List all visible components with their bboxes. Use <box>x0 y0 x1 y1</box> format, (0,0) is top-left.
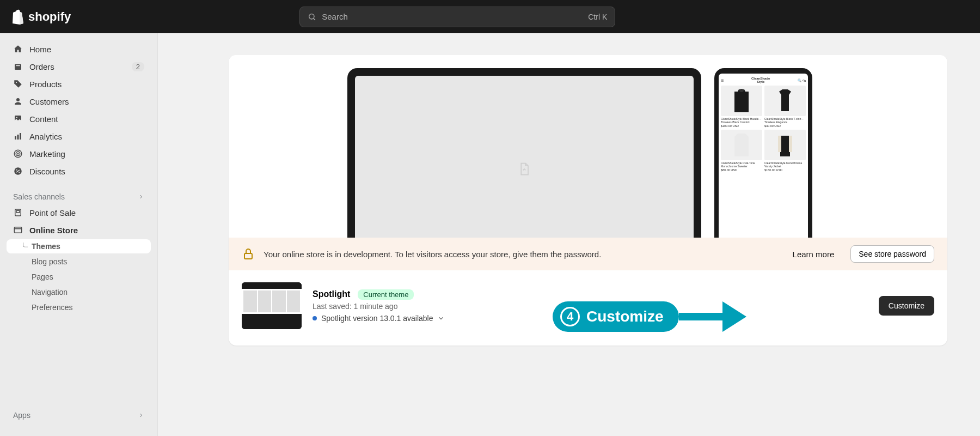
mobile-product-price: $150.00 USD <box>764 168 806 172</box>
mobile-preview-frame: ☰ CleanShade Style 🔍 🛍 CleanShadeStyle B… <box>714 68 812 238</box>
sub-preferences-label: Preferences <box>32 303 72 312</box>
nav-content-label: Content <box>29 114 58 124</box>
mobile-product-image <box>721 130 762 160</box>
sub-blog-posts[interactable]: Blog posts <box>7 255 151 269</box>
mobile-store-title: CleanShade Style <box>751 77 770 83</box>
svg-point-15 <box>16 169 17 171</box>
broken-image-icon <box>517 161 532 177</box>
mobile-product: CleanShadeStyle Monochrome Varsity Jacke… <box>764 130 806 172</box>
sub-themes-label: Themes <box>32 242 60 251</box>
channel-pos-label: Point of Sale <box>29 208 76 217</box>
svg-point-4 <box>16 82 17 83</box>
search-placeholder: Search <box>322 12 588 21</box>
nav-marketing-label: Marketing <box>29 149 65 159</box>
chevron-right-icon <box>138 412 144 419</box>
search-input[interactable]: Search Ctrl K <box>299 7 615 27</box>
main-content: ☰ CleanShade Style 🔍 🛍 CleanShadeStyle B… <box>158 33 980 436</box>
sidebar: Home Orders 2 Products Customers Content… <box>0 33 158 436</box>
pos-icon <box>13 208 23 217</box>
mobile-header: ☰ CleanShade Style 🔍 🛍 <box>721 77 806 83</box>
svg-rect-2 <box>15 64 21 70</box>
home-icon <box>13 44 23 54</box>
nav-customers[interactable]: Customers <box>7 93 151 110</box>
desktop-preview-frame <box>347 68 701 238</box>
mobile-product: CleanShadeStyle Dual-Tone Monochrome Swe… <box>721 130 762 172</box>
desktop-preview-screen <box>355 76 694 238</box>
lock-icon <box>242 247 255 261</box>
logo[interactable]: shopify <box>11 9 71 25</box>
nav-products-label: Products <box>29 80 62 89</box>
annotation-pill: 4 Customize <box>553 301 679 332</box>
see-password-button[interactable]: See store password <box>850 245 934 263</box>
mobile-product-price: $30.00 USD <box>764 124 806 128</box>
mobile-product-name: CleanShadeStyle Monochrome Varsity Jacke… <box>764 161 806 168</box>
mobile-product-image <box>764 86 806 116</box>
theme-name: Spotlight <box>313 289 350 299</box>
online-store-icon <box>13 225 23 235</box>
mobile-preview-screen: ☰ CleanShade Style 🔍 🛍 CleanShadeStyle B… <box>719 74 808 238</box>
annotation-number: 4 <box>560 307 580 326</box>
mobile-product-name: CleanShadeStyle Black Hoodie – Timeless … <box>721 117 762 124</box>
sub-navigation[interactable]: Navigation <box>7 285 151 299</box>
analytics-icon <box>13 131 23 141</box>
mobile-product: CleanShadeStyle Black T-shirt – Timeless… <box>764 86 806 128</box>
mobile-product-name: CleanShadeStyle Dual-Tone Monochrome Swe… <box>721 161 762 168</box>
mobile-icons: 🔍 🛍 <box>798 78 806 82</box>
apps-text: Apps <box>13 411 30 420</box>
learn-more-link[interactable]: Learn more <box>793 250 835 259</box>
preview-area: ☰ CleanShade Style 🔍 🛍 CleanShadeStyle B… <box>229 55 947 238</box>
products-icon <box>13 79 23 89</box>
orders-badge: 2 <box>132 62 144 71</box>
nav-products[interactable]: Products <box>7 76 151 92</box>
nav-content[interactable]: Content <box>7 111 151 127</box>
svg-rect-19 <box>14 227 22 233</box>
svg-point-5 <box>16 98 20 101</box>
annotation-arrow-stem <box>679 313 722 320</box>
chevron-right-icon <box>138 193 144 200</box>
svg-point-7 <box>16 117 17 118</box>
channel-online-store-label: Online Store <box>29 226 78 235</box>
discounts-icon <box>13 166 23 176</box>
sub-themes[interactable]: Themes <box>7 239 151 253</box>
nav-analytics[interactable]: Analytics <box>7 128 151 144</box>
nav-orders[interactable]: Orders 2 <box>7 58 151 75</box>
svg-point-21 <box>739 89 744 92</box>
nav-discounts[interactable]: Discounts <box>7 163 151 179</box>
mobile-product-price: $100.00 USD <box>721 124 762 128</box>
search-icon <box>308 13 316 21</box>
orders-icon <box>13 62 23 71</box>
nav-home[interactable]: Home <box>7 41 151 57</box>
mobile-product-image <box>764 130 806 160</box>
svg-line-1 <box>314 18 315 20</box>
sub-pages[interactable]: Pages <box>7 270 151 284</box>
svg-rect-18 <box>16 210 20 213</box>
annotation-callout: 4 Customize <box>553 301 746 332</box>
svg-rect-10 <box>20 133 21 140</box>
shopify-icon <box>11 9 25 25</box>
sub-navigation-label: Navigation <box>32 288 68 296</box>
mobile-product-price: $80.00 USD <box>721 168 762 172</box>
annotation-arrow-head-icon <box>722 301 746 332</box>
search-shortcut: Ctrl K <box>588 13 607 21</box>
nav-discounts-label: Discounts <box>29 167 65 176</box>
banner-text: Your online store is in development. To … <box>264 250 784 259</box>
customize-button[interactable]: Customize <box>879 296 934 316</box>
apps-label[interactable]: Apps <box>7 408 151 423</box>
sales-channels-label[interactable]: Sales channels <box>7 189 151 204</box>
mobile-product-name: CleanShadeStyle Black T-shirt – Timeless… <box>764 117 806 124</box>
channel-pos[interactable]: Point of Sale <box>7 204 151 221</box>
marketing-icon <box>13 149 23 159</box>
sub-pages-label: Pages <box>32 272 53 281</box>
nav-marketing[interactable]: Marketing <box>7 146 151 162</box>
sub-blog-posts-label: Blog posts <box>32 257 67 266</box>
theme-badge: Current theme <box>358 289 414 300</box>
chevron-down-icon <box>437 314 445 322</box>
mobile-product: CleanShadeStyle Black Hoodie – Timeless … <box>721 86 762 128</box>
channel-online-store[interactable]: Online Store <box>7 222 151 238</box>
topbar: shopify Search Ctrl K <box>0 0 980 33</box>
mobile-product-image <box>721 86 762 116</box>
svg-rect-8 <box>15 136 16 140</box>
svg-rect-9 <box>17 135 19 140</box>
sub-preferences[interactable]: Preferences <box>7 300 151 314</box>
password-banner: Your online store is in development. To … <box>229 238 947 270</box>
